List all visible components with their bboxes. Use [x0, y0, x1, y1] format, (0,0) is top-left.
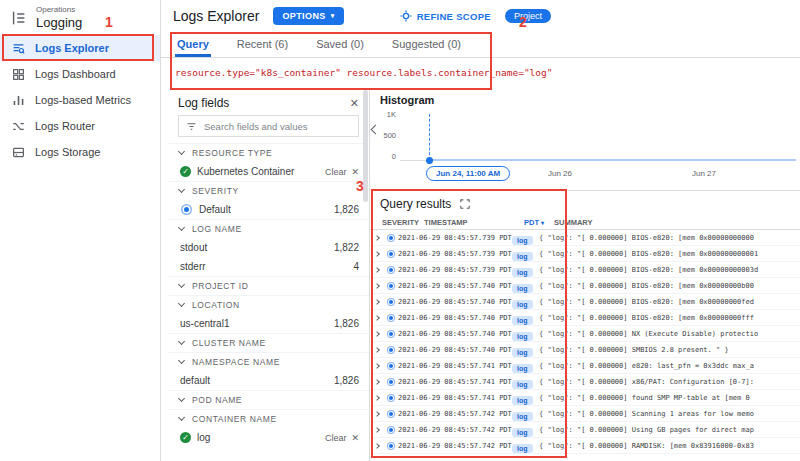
section-project-id[interactable]: PROJECT ID [168, 276, 369, 295]
tab-suggested[interactable]: Suggested (0) [390, 33, 463, 57]
section-cluster-name[interactable]: CLUSTER NAME [168, 333, 369, 352]
log-summary: { "log": "[ 0.000000] found SMP MP-table… [539, 394, 800, 402]
field-count: 4 [353, 261, 359, 272]
column-severity: SEVERITY [382, 218, 424, 227]
expand-row-icon[interactable] [370, 412, 384, 416]
histogram-data-point[interactable] [426, 157, 433, 164]
expand-row-icon[interactable] [370, 332, 384, 336]
options-button[interactable]: OPTIONS ▾ [273, 7, 343, 25]
expand-row-icon[interactable] [370, 396, 384, 400]
search-fields-input[interactable] [204, 121, 351, 132]
section-log-name[interactable]: LOG NAME [168, 219, 369, 238]
log-summary: { "log": "[ 0.000000] BIOS-e820: [mem 0x… [539, 298, 800, 306]
expand-row-icon[interactable] [370, 428, 384, 432]
tab-saved[interactable]: Saved (0) [314, 33, 366, 57]
log-row[interactable]: 2021-06-29 08:45:57.741 PDT log { "log":… [370, 358, 800, 374]
log-summary: { "log": "[ 0.000000] x86/PAT: Configura… [539, 378, 800, 386]
expand-row-icon[interactable] [370, 300, 384, 304]
page-title: Logs Explorer [173, 8, 259, 24]
expand-row-icon[interactable] [370, 252, 384, 256]
tab-query[interactable]: Query [175, 33, 211, 57]
query-results-header: Query results [370, 191, 800, 215]
log-row[interactable]: 2021-06-29 08:45:57.742 PDT log { "log":… [370, 438, 800, 454]
sidebar-item-logs-dashboard[interactable]: Logs Dashboard [0, 61, 160, 87]
log-row[interactable]: 2021-06-29 08:45:57.740 PDT log { "log":… [370, 278, 800, 294]
sidebar-item-logs-explorer[interactable]: Logs Explorer [0, 35, 160, 61]
log-timestamp: 2021-06-29 08:45:57.741 PDT [398, 394, 512, 402]
log-row[interactable]: 2021-06-29 08:45:57.740 PDT log { "log":… [370, 310, 800, 326]
field-value-default-severity[interactable]: Default 1,826 [168, 200, 369, 219]
clear-filter-button[interactable]: Clear ✕ [325, 433, 359, 443]
app-name: Logging [36, 16, 82, 30]
log-timestamp: 2021-06-29 08:45:57.740 PDT [398, 314, 512, 322]
query-tabs: Query Recent (6) Saved (0) Suggested (0) [161, 32, 800, 58]
expand-row-icon[interactable] [370, 364, 384, 368]
log-summary: { "log": "[ 0.000000] BIOS-e820: [mem 0x… [539, 250, 800, 258]
log-timestamp: 2021-06-29 08:45:57.739 PDT [398, 234, 512, 242]
field-value-log-container[interactable]: ✓ log Clear ✕ [168, 428, 369, 447]
expand-row-icon[interactable] [370, 236, 384, 240]
query-editor[interactable]: resource.type="k8s_container" resource.l… [161, 58, 800, 88]
expand-row-icon[interactable] [370, 284, 384, 288]
log-row[interactable]: 2021-06-29 08:45:57.739 PDT log { "log":… [370, 246, 800, 262]
log-row[interactable]: 2021-06-29 08:45:57.742 PDT log { "log":… [370, 406, 800, 422]
expand-row-icon[interactable] [370, 316, 384, 320]
log-row[interactable]: 2021-06-29 08:45:57.740 PDT log { "log":… [370, 342, 800, 358]
field-value-kubernetes-container[interactable]: ✓ Kubernetes Container Clear ✕ [168, 162, 369, 181]
histogram-panel: Histogram 1K 500 0 Jun 24, 11:00 AM Jun … [370, 88, 800, 190]
log-row[interactable]: 2021-06-29 08:45:57.741 PDT log { "log":… [370, 390, 800, 406]
log-row[interactable]: 2021-06-29 08:45:57.740 PDT log { "log":… [370, 294, 800, 310]
log-fields-list: RESOURCE TYPE ✓ Kubernetes Container Cle… [168, 143, 369, 461]
field-count: 1,826 [334, 318, 359, 329]
severity-icon [384, 252, 398, 256]
log-timestamp: 2021-06-29 08:45:57.741 PDT [398, 378, 512, 386]
section-container-name[interactable]: CONTAINER NAME [168, 409, 369, 428]
sidebar-item-logs-router[interactable]: Logs Router [0, 113, 160, 139]
router-shuffle-icon [12, 120, 25, 133]
severity-default-icon [184, 207, 189, 212]
section-namespace-name[interactable]: NAMESPACE NAME [168, 352, 369, 371]
log-row[interactable]: 2021-06-29 08:45:57.740 PDT log { "log":… [370, 326, 800, 342]
field-value-us-central1[interactable]: us-central1 1,826 [168, 314, 369, 333]
field-value-stdout[interactable]: stdout 1,822 [168, 238, 369, 257]
log-summary: { "log": "[ 0.000000] BIOS-e820: [mem 0x… [539, 234, 800, 242]
time-marker-pill[interactable]: Jun 24, 11:00 AM [426, 166, 510, 181]
section-pod-name[interactable]: POD NAME [168, 390, 369, 409]
chevron-down-icon [178, 281, 185, 288]
query-results-panel: Query results SEVERITY TIMESTAMP PDT ▾ S… [370, 190, 800, 461]
field-value-stderr[interactable]: stderr 4 [168, 257, 369, 276]
log-timestamp: 2021-06-29 08:45:57.740 PDT [398, 346, 512, 354]
severity-icon [384, 364, 398, 368]
sidebar-item-logs-storage[interactable]: Logs Storage [0, 139, 160, 165]
log-summary: { "log": "[ 0.000000] BIOS-e820: [mem 0x… [539, 282, 800, 290]
refine-scope-button[interactable]: REFINE SCOPE [400, 10, 491, 22]
close-icon[interactable]: ✕ [350, 97, 359, 110]
log-row[interactable]: 2021-06-29 08:45:57.741 PDT log { "log":… [370, 374, 800, 390]
tab-recent[interactable]: Recent (6) [235, 33, 290, 57]
results-column-headers: SEVERITY TIMESTAMP PDT ▾ SUMMARY [370, 215, 800, 230]
section-resource-type[interactable]: RESOURCE TYPE [168, 143, 369, 162]
log-chip[interactable]: log [512, 437, 539, 455]
expand-row-icon[interactable] [370, 268, 384, 272]
log-fields-search[interactable] [178, 115, 359, 137]
expand-row-icon[interactable] [370, 348, 384, 352]
log-row[interactable]: 2021-06-29 08:45:57.739 PDT log { "log":… [370, 262, 800, 278]
chevron-down-icon [178, 395, 185, 402]
expand-fullscreen-icon[interactable] [460, 199, 470, 209]
clear-filter-button[interactable]: Clear ✕ [325, 167, 359, 177]
sort-arrow-icon: ▾ [541, 220, 544, 226]
log-row[interactable]: 2021-06-29 08:45:57.739 PDT log { "log":… [370, 230, 800, 246]
project-scope-badge[interactable]: Project [505, 9, 551, 23]
sidebar-item-label: Logs Storage [35, 146, 100, 158]
expand-row-icon[interactable] [370, 444, 384, 448]
sidebar: Operations Logging Logs Explorer Logs Da… [0, 0, 161, 461]
section-severity[interactable]: SEVERITY [168, 181, 369, 200]
log-row[interactable]: 2021-06-29 08:45:57.742 PDT log { "log":… [370, 422, 800, 438]
sidebar-item-logs-based-metrics[interactable]: Logs-based Metrics [0, 87, 160, 113]
section-location[interactable]: LOCATION [168, 295, 369, 314]
field-value-default-namespace[interactable]: default 1,826 [168, 371, 369, 390]
log-fields-scrollbar[interactable] [363, 90, 368, 202]
histogram-time-cursor[interactable] [429, 114, 430, 160]
expand-row-icon[interactable] [370, 380, 384, 384]
timezone-selector[interactable]: PDT ▾ [524, 218, 554, 227]
